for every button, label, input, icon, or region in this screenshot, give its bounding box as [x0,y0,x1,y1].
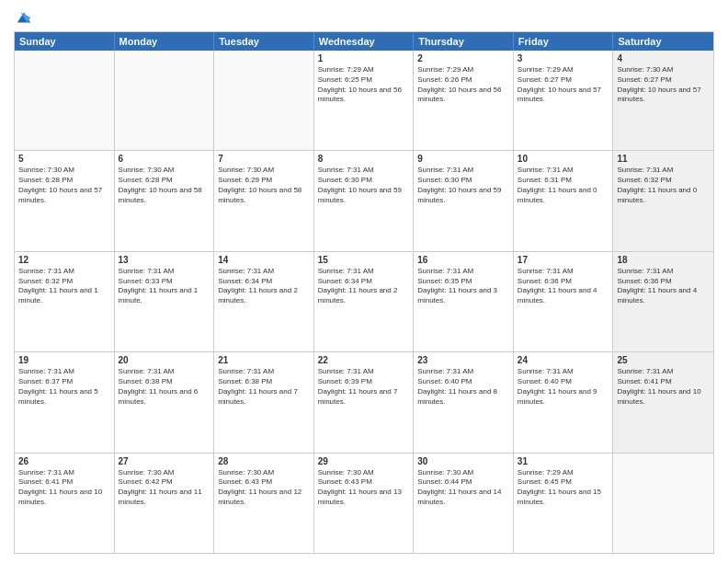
cell-info: Sunrise: 7:30 AMSunset: 6:43 PMDaylight:… [218,468,310,508]
day-number: 5 [18,154,110,164]
calendar-cell-3-0: 19Sunrise: 7:31 AMSunset: 6:37 PMDayligh… [15,352,115,452]
calendar-cell-0-4: 2Sunrise: 7:29 AMSunset: 6:26 PMDaylight… [414,51,514,150]
calendar-header: SundayMondayTuesdayWednesdayThursdayFrid… [15,32,713,51]
day-number: 10 [518,154,609,164]
cell-info: Sunrise: 7:29 AMSunset: 6:26 PMDaylight:… [417,65,509,105]
cell-info: Sunrise: 7:31 AMSunset: 6:39 PMDaylight:… [318,367,410,407]
day-number: 28 [218,456,310,466]
cell-info: Sunrise: 7:31 AMSunset: 6:32 PMDaylight:… [18,267,110,306]
calendar-cell-0-2 [214,51,314,150]
calendar-cell-0-5: 3Sunrise: 7:29 AMSunset: 6:27 PMDaylight… [514,51,614,150]
header-day-saturday: Saturday [613,32,713,51]
calendar: SundayMondayTuesdayWednesdayThursdayFrid… [14,31,714,554]
day-number: 21 [218,355,310,365]
cell-info: Sunrise: 7:29 AMSunset: 6:25 PMDaylight:… [318,65,410,105]
header-day-monday: Monday [115,32,215,51]
calendar-cell-4-4: 30Sunrise: 7:30 AMSunset: 6:44 PMDayligh… [414,454,514,553]
cell-info: Sunrise: 7:31 AMSunset: 6:38 PMDaylight:… [119,367,210,407]
calendar-cell-3-2: 21Sunrise: 7:31 AMSunset: 6:38 PMDayligh… [214,352,314,452]
day-number: 25 [617,355,710,365]
day-number: 31 [518,456,609,466]
calendar-cell-1-2: 7Sunrise: 7:30 AMSunset: 6:29 PMDaylight… [214,151,314,250]
day-number: 30 [417,456,509,466]
day-number: 4 [617,53,710,63]
calendar-cell-1-1: 6Sunrise: 7:30 AMSunset: 6:28 PMDaylight… [115,151,215,250]
calendar-cell-4-5: 31Sunrise: 7:29 AMSunset: 6:45 PMDayligh… [514,454,614,553]
header-day-wednesday: Wednesday [314,32,415,51]
day-number: 23 [417,355,509,365]
cell-info: Sunrise: 7:31 AMSunset: 6:40 PMDaylight:… [417,367,509,407]
cell-info: Sunrise: 7:31 AMSunset: 6:33 PMDaylight:… [119,267,210,306]
cell-info: Sunrise: 7:31 AMSunset: 6:36 PMDaylight:… [518,267,609,306]
day-number: 2 [417,53,509,63]
cell-info: Sunrise: 7:31 AMSunset: 6:41 PMDaylight:… [18,468,110,508]
calendar-cell-3-6: 25Sunrise: 7:31 AMSunset: 6:41 PMDayligh… [613,352,713,452]
day-number: 17 [518,255,609,265]
day-number: 20 [119,355,210,365]
day-number: 26 [18,456,110,466]
day-number: 12 [18,255,110,265]
calendar-cell-2-6: 18Sunrise: 7:31 AMSunset: 6:36 PMDayligh… [613,252,713,351]
calendar-cell-4-0: 26Sunrise: 7:31 AMSunset: 6:41 PMDayligh… [15,454,115,553]
cell-info: Sunrise: 7:29 AMSunset: 6:45 PMDaylight:… [518,468,609,508]
calendar-cell-0-0 [15,51,115,150]
cell-info: Sunrise: 7:30 AMSunset: 6:44 PMDaylight:… [417,468,509,508]
calendar-cell-3-3: 22Sunrise: 7:31 AMSunset: 6:39 PMDayligh… [314,352,415,452]
cell-info: Sunrise: 7:31 AMSunset: 6:38 PMDaylight:… [218,367,310,407]
cell-info: Sunrise: 7:31 AMSunset: 6:30 PMDaylight:… [417,166,509,205]
day-number: 9 [417,154,509,164]
cell-info: Sunrise: 7:31 AMSunset: 6:35 PMDaylight:… [417,267,509,306]
calendar-row-0: 1Sunrise: 7:29 AMSunset: 6:25 PMDaylight… [15,51,713,151]
day-number: 22 [318,355,410,365]
calendar-cell-2-3: 15Sunrise: 7:31 AMSunset: 6:34 PMDayligh… [314,252,415,351]
calendar-cell-4-2: 28Sunrise: 7:30 AMSunset: 6:43 PMDayligh… [214,454,314,553]
calendar-row-4: 26Sunrise: 7:31 AMSunset: 6:41 PMDayligh… [15,454,713,553]
day-number: 14 [218,255,310,265]
day-number: 19 [18,355,110,365]
calendar-cell-2-4: 16Sunrise: 7:31 AMSunset: 6:35 PMDayligh… [414,252,514,351]
day-number: 6 [119,154,210,164]
calendar-cell-3-5: 24Sunrise: 7:31 AMSunset: 6:40 PMDayligh… [514,352,614,452]
cell-info: Sunrise: 7:31 AMSunset: 6:30 PMDaylight:… [318,166,410,205]
calendar-row-3: 19Sunrise: 7:31 AMSunset: 6:37 PMDayligh… [15,352,713,453]
day-number: 16 [417,255,509,265]
day-number: 15 [318,255,410,265]
calendar-cell-1-0: 5Sunrise: 7:30 AMSunset: 6:28 PMDaylight… [15,151,115,250]
calendar-cell-4-6 [613,454,713,553]
cell-info: Sunrise: 7:30 AMSunset: 6:28 PMDaylight:… [18,166,110,205]
calendar-cell-3-1: 20Sunrise: 7:31 AMSunset: 6:38 PMDayligh… [115,352,215,452]
calendar-cell-4-3: 29Sunrise: 7:30 AMSunset: 6:43 PMDayligh… [314,454,415,553]
day-number: 18 [617,255,710,265]
cell-info: Sunrise: 7:31 AMSunset: 6:32 PMDaylight:… [617,166,710,205]
header-day-friday: Friday [514,32,614,51]
calendar-cell-0-3: 1Sunrise: 7:29 AMSunset: 6:25 PMDaylight… [314,51,415,150]
calendar-cell-1-6: 11Sunrise: 7:31 AMSunset: 6:32 PMDayligh… [613,151,713,250]
calendar-cell-2-0: 12Sunrise: 7:31 AMSunset: 6:32 PMDayligh… [15,252,115,351]
calendar-body: 1Sunrise: 7:29 AMSunset: 6:25 PMDaylight… [15,51,713,553]
day-number: 13 [119,255,210,265]
logo-icon [16,9,32,26]
day-number: 8 [318,154,410,164]
cell-info: Sunrise: 7:30 AMSunset: 6:42 PMDaylight:… [119,468,210,508]
cell-info: Sunrise: 7:31 AMSunset: 6:31 PMDaylight:… [518,166,609,205]
header-day-tuesday: Tuesday [214,32,314,51]
cell-info: Sunrise: 7:30 AMSunset: 6:27 PMDaylight:… [617,65,710,105]
logo [14,9,32,26]
calendar-cell-0-6: 4Sunrise: 7:30 AMSunset: 6:27 PMDaylight… [613,51,713,150]
calendar-row-2: 12Sunrise: 7:31 AMSunset: 6:32 PMDayligh… [15,252,713,352]
day-number: 7 [218,154,310,164]
cell-info: Sunrise: 7:31 AMSunset: 6:37 PMDaylight:… [18,367,110,407]
day-number: 3 [518,53,609,63]
calendar-cell-1-3: 8Sunrise: 7:31 AMSunset: 6:30 PMDaylight… [314,151,415,250]
header-day-thursday: Thursday [414,32,514,51]
calendar-cell-1-4: 9Sunrise: 7:31 AMSunset: 6:30 PMDaylight… [414,151,514,250]
cell-info: Sunrise: 7:31 AMSunset: 6:41 PMDaylight:… [617,367,710,407]
day-number: 27 [119,456,210,466]
cell-info: Sunrise: 7:30 AMSunset: 6:29 PMDaylight:… [218,166,310,205]
calendar-cell-2-5: 17Sunrise: 7:31 AMSunset: 6:36 PMDayligh… [514,252,614,351]
calendar-cell-4-1: 27Sunrise: 7:30 AMSunset: 6:42 PMDayligh… [115,454,215,553]
calendar-cell-3-4: 23Sunrise: 7:31 AMSunset: 6:40 PMDayligh… [414,352,514,452]
cell-info: Sunrise: 7:31 AMSunset: 6:34 PMDaylight:… [318,267,410,306]
day-number: 29 [318,456,410,466]
cell-info: Sunrise: 7:31 AMSunset: 6:34 PMDaylight:… [218,267,310,306]
